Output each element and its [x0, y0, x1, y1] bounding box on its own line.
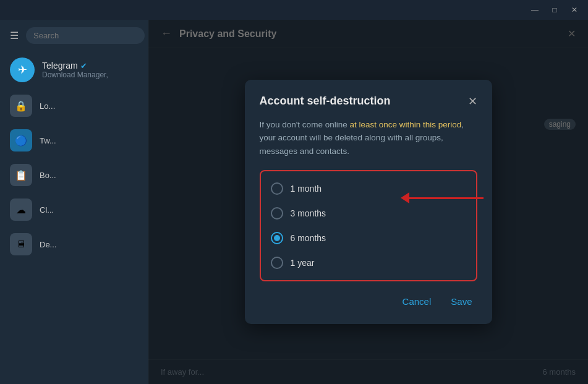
radio-3months	[271, 207, 283, 220]
avatar: ✈	[10, 58, 35, 82]
options-box: 1 month 3 months 6 months 1 year	[260, 170, 477, 281]
search-input[interactable]	[26, 27, 145, 44]
lock-icon: 🔒	[10, 95, 32, 117]
hamburger-icon[interactable]: ☰	[10, 30, 19, 41]
desktop-icon: 🖥	[10, 233, 32, 255]
option-6months[interactable]: 6 months	[261, 226, 476, 250]
sidebar-item-desktop[interactable]: 🖥 De...	[0, 227, 148, 262]
sidebar: ☰ ✈ Telegram ✔ Download Manager, 🔒 Lo...…	[0, 20, 148, 384]
account-item[interactable]: ✈ Telegram ✔ Download Manager,	[0, 51, 148, 88]
arrow-head-icon	[401, 192, 409, 203]
sidebar-item-label: De...	[40, 240, 56, 249]
cancel-button[interactable]: Cancel	[398, 294, 437, 309]
sidebar-item-cloud[interactable]: ☁ Cl...	[0, 192, 148, 227]
dialog-description: If you don't come online at least once w…	[260, 118, 477, 158]
arrow-line	[409, 197, 484, 199]
title-bar: — □ ✕	[0, 0, 588, 20]
sidebar-item-lock[interactable]: 🔒 Lo...	[0, 88, 148, 123]
account-name: Telegram ✔	[42, 61, 108, 70]
main-panel: ← Privacy and Security ✕ saging If away …	[148, 20, 588, 384]
dialog-footer: Cancel Save	[260, 294, 477, 309]
arrow-annotation	[401, 192, 484, 203]
option-1month-label: 1 month	[291, 184, 322, 194]
dialog-header: Account self-destruction ✕	[260, 95, 477, 108]
dialog-close-button[interactable]: ✕	[468, 95, 477, 108]
option-1year-label: 1 year	[291, 258, 315, 268]
maximize-button[interactable]: □	[546, 4, 563, 16]
account-info: Telegram ✔ Download Manager,	[42, 61, 108, 79]
close-button[interactable]: ✕	[566, 4, 583, 16]
dialog: Account self-destruction ✕ If you don't …	[245, 80, 492, 325]
minimize-button[interactable]: —	[526, 4, 543, 16]
app-icon: 🔵	[10, 129, 32, 151]
sidebar-item-label: Lo...	[40, 101, 55, 111]
save-button[interactable]: Save	[446, 294, 477, 309]
radio-6months	[271, 232, 283, 244]
sidebar-item-label: Cl...	[40, 205, 54, 215]
radio-1month	[271, 182, 283, 195]
radio-1year	[271, 257, 283, 269]
sidebar-item-label: Bo...	[40, 171, 56, 180]
app-container: ☰ ✈ Telegram ✔ Download Manager, 🔒 Lo...…	[0, 20, 588, 384]
options-container: 1 month 3 months 6 months 1 year	[260, 170, 477, 281]
account-sub: Download Manager,	[42, 70, 108, 79]
option-3months[interactable]: 3 months	[261, 201, 476, 226]
sidebar-header: ☰	[0, 20, 148, 51]
dialog-title: Account self-destruction	[260, 95, 391, 108]
sidebar-item-app[interactable]: 🔵 Tw...	[0, 123, 148, 158]
sidebar-item-book[interactable]: 📋 Bo...	[0, 158, 148, 192]
book-icon: 📋	[10, 164, 32, 186]
verified-icon: ✔	[80, 61, 87, 70]
option-6months-label: 6 months	[291, 233, 326, 243]
overlay: Account self-destruction ✕ If you don't …	[148, 20, 588, 384]
option-1year[interactable]: 1 year	[261, 250, 476, 275]
cloud-icon: ☁	[10, 198, 32, 221]
option-3months-label: 3 months	[291, 208, 326, 218]
sidebar-item-label: Tw...	[40, 136, 56, 145]
